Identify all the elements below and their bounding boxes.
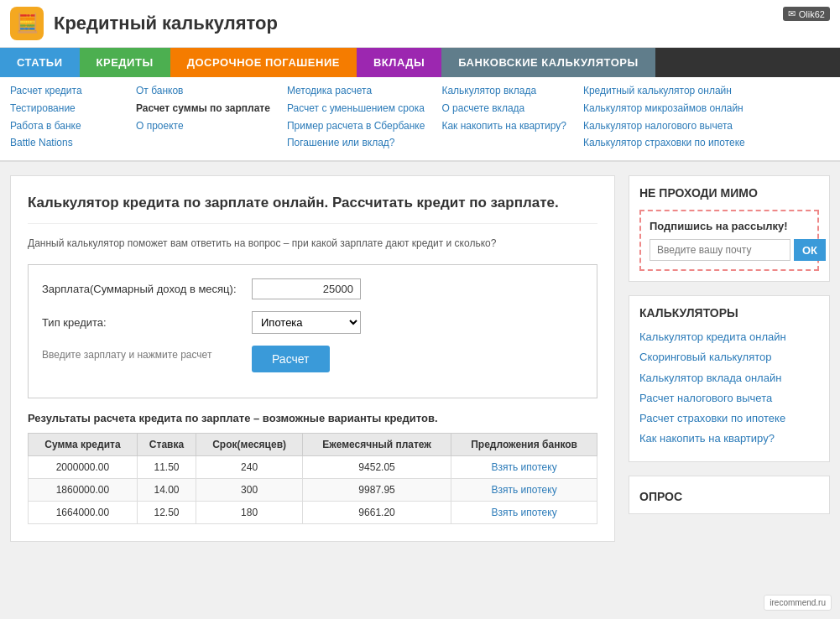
newsletter-submit-button[interactable]: ОК	[794, 239, 826, 261]
link-deposit-info[interactable]: О расчете вклада	[441, 101, 566, 116]
col-header-offers: Предложения банков	[451, 433, 597, 455]
link-pay-or-deposit[interactable]: Погашение или вклад?	[287, 136, 425, 150]
table-row: 2000000.00 11.50 240 9452.05 Взять ипоте…	[29, 455, 597, 478]
nav-item-deposits[interactable]: ВКЛАДЫ	[357, 48, 441, 77]
dropdown-col-4: Калькулятор вклада О расчете вклада Как …	[441, 84, 583, 153]
cell-link[interactable]: Взять ипотеку	[451, 455, 597, 478]
cell-rate: 11.50	[137, 455, 196, 478]
link-from-banks[interactable]: От банков	[136, 84, 270, 98]
sidebar-calc-link-3[interactable]: Расчет налогового вычета	[639, 391, 819, 406]
user-badge: ✉ Olik62	[783, 7, 830, 21]
link-salary-calc[interactable]: Расчет суммы по зарплате	[136, 101, 270, 116]
cell-payment: 9987.95	[302, 478, 451, 501]
link-microloan-calc[interactable]: Калькулятор микрозаймов онлайн	[583, 101, 745, 116]
salary-label: Зарплата(Суммарный доход в месяц):	[42, 283, 252, 295]
opros-box: ОПРОС	[629, 476, 830, 514]
link-credit-calc[interactable]: Расчет кредита	[10, 84, 119, 98]
cell-sum: 1860000.00	[29, 478, 138, 501]
sidebar-calc-link-4[interactable]: Расчет страховки по ипотеке	[639, 411, 819, 426]
newsletter-box: НЕ ПРОХОДИ МИМО Подпишись на рассылку! О…	[629, 175, 830, 282]
sidebar-calc-link-1[interactable]: Скоринговый калькулятор	[639, 350, 819, 365]
mortgage-link[interactable]: Взять ипотеку	[492, 507, 557, 518]
opros-title: ОПРОС	[639, 490, 819, 503]
table-row: 1860000.00 14.00 300 9987.95 Взять ипоте…	[29, 478, 597, 501]
salary-input[interactable]	[252, 278, 361, 299]
link-save-apartment[interactable]: Как накопить на квартиру?	[441, 119, 566, 133]
calculator-links: Калькулятор кредита онлайнСкоринговый ка…	[639, 330, 819, 446]
cell-term: 180	[196, 501, 303, 523]
newsletter-inner: Подпишись на рассылку! ОК	[639, 210, 819, 271]
hint-row: Введите зарплату и нажмите расчет Расчет	[42, 346, 583, 372]
salary-row: Зарплата(Суммарный доход в месяц):	[42, 278, 583, 299]
cell-term: 240	[196, 455, 303, 478]
cell-link[interactable]: Взять ипотеку	[451, 478, 597, 501]
dropdown-col-1: Расчет кредита Тестирование Работа в бан…	[10, 84, 136, 153]
results-table: Сумма кредита Ставка Срок(месяцев) Ежеме…	[28, 433, 597, 524]
content-description: Данный калькулятор поможет вам ответить …	[28, 236, 597, 251]
link-tax-deduction-calc[interactable]: Калькулятор налогового вычета	[583, 119, 745, 133]
link-battle-nations[interactable]: Battle Nations	[10, 136, 119, 150]
cell-payment: 9661.20	[302, 501, 451, 523]
table-header-row: Сумма кредита Ставка Срок(месяцев) Ежеме…	[29, 433, 597, 455]
nav-item-bank-calculators[interactable]: БАНКОВСКИЕ КАЛЬКУЛЯТОРЫ	[441, 48, 655, 77]
newsletter-form: ОК	[650, 239, 809, 261]
link-reduce-term[interactable]: Расчет с уменьшением срока	[287, 101, 425, 116]
link-testing[interactable]: Тестирование	[10, 101, 119, 116]
mortgage-link[interactable]: Взять ипотеку	[492, 461, 557, 473]
site-title: Кредитный калькулятор	[54, 13, 278, 34]
calculate-button[interactable]: Расчет	[252, 346, 330, 372]
main-nav: СТАТЬИ КРЕДИТЫ ДОСРОЧНОЕ ПОГАШЕНИЕ ВКЛАД…	[0, 48, 840, 77]
credit-type-row: Тип кредита: Ипотека Потребительский Авт…	[42, 311, 583, 334]
nav-item-early-payment[interactable]: ДОСРОЧНОЕ ПОГАШЕНИЕ	[170, 48, 357, 77]
cell-term: 300	[196, 478, 303, 501]
newsletter-section-title: НЕ ПРОХОДИ МИМО	[639, 186, 819, 200]
col-header-rate: Ставка	[137, 433, 196, 455]
table-row: 1664000.00 12.50 180 9661.20 Взять ипоте…	[29, 501, 597, 523]
sidebar: НЕ ПРОХОДИ МИМО Подпишись на рассылку! О…	[629, 175, 830, 542]
newsletter-label: Подпишись на рассылку!	[650, 220, 809, 232]
nav-item-credits[interactable]: КРЕДИТЫ	[80, 48, 170, 77]
link-deposit-calc[interactable]: Калькулятор вклада	[441, 84, 566, 98]
credit-type-label: Тип кредита:	[42, 316, 252, 329]
link-credit-calc-online[interactable]: Кредитный калькулятор онлайн	[583, 84, 745, 98]
col-header-sum: Сумма кредита	[29, 433, 138, 455]
username: Olik62	[799, 9, 825, 19]
site-logo: 🧮	[10, 7, 44, 40]
newsletter-email-input[interactable]	[650, 239, 790, 261]
calculators-box: КАЛЬКУЛЯТОРЫ Калькулятор кредита онлайнС…	[629, 295, 830, 462]
dropdown-col-5: Кредитный калькулятор онлайн Калькулятор…	[583, 84, 762, 153]
main-layout: Калькулятор кредита по зарплате онлайн. …	[0, 162, 840, 555]
main-content: Калькулятор кредита по зарплате онлайн. …	[10, 175, 615, 542]
mail-icon: ✉	[788, 8, 796, 19]
credit-type-select[interactable]: Ипотека Потребительский Автокредит	[252, 311, 361, 334]
link-bank-work[interactable]: Работа в банке	[10, 119, 119, 133]
sidebar-calc-link-0[interactable]: Калькулятор кредита онлайн	[639, 330, 819, 345]
cell-payment: 9452.05	[302, 455, 451, 478]
cell-sum: 1664000.00	[29, 501, 138, 523]
dropdown-area: Расчет кредита Тестирование Работа в бан…	[0, 77, 840, 162]
mortgage-link[interactable]: Взять ипотеку	[492, 484, 557, 496]
calculator-icon: 🧮	[16, 13, 39, 34]
cell-sum: 2000000.00	[29, 455, 138, 478]
dropdown-col-2: От банков Расчет суммы по зарплате О про…	[136, 84, 287, 153]
form-hint: Введите зарплату и нажмите расчет	[42, 349, 252, 361]
nav-item-articles[interactable]: СТАТЬИ	[0, 48, 80, 77]
sidebar-calc-link-5[interactable]: Как накопить на квартиру?	[639, 431, 819, 446]
cell-link[interactable]: Взять ипотеку	[451, 501, 597, 523]
col-header-payment: Ежемесячный платеж	[302, 433, 451, 455]
calculator-form: Зарплата(Суммарный доход в месяц): Тип к…	[28, 264, 597, 398]
calculators-title: КАЛЬКУЛЯТОРЫ	[639, 306, 819, 320]
link-sberbank-example[interactable]: Пример расчета в Сбербанке	[287, 119, 425, 133]
link-insurance-calc[interactable]: Калькулятор страховки по ипотеке	[583, 136, 745, 150]
link-about[interactable]: О проекте	[136, 119, 270, 133]
header: 🧮 Кредитный калькулятор ✉ Olik62	[0, 0, 840, 48]
col-header-term: Срок(месяцев)	[196, 433, 303, 455]
link-method[interactable]: Методика расчета	[287, 84, 425, 98]
cell-rate: 14.00	[137, 478, 196, 501]
page-title: Калькулятор кредита по зарплате онлайн. …	[28, 193, 597, 224]
sidebar-calc-link-2[interactable]: Калькулятор вклада онлайн	[639, 371, 819, 386]
cell-rate: 12.50	[137, 501, 196, 523]
results-title: Результаты расчета кредита по зарплате –…	[28, 412, 597, 424]
dropdown-col-3: Методика расчета Расчет с уменьшением ср…	[287, 84, 441, 153]
